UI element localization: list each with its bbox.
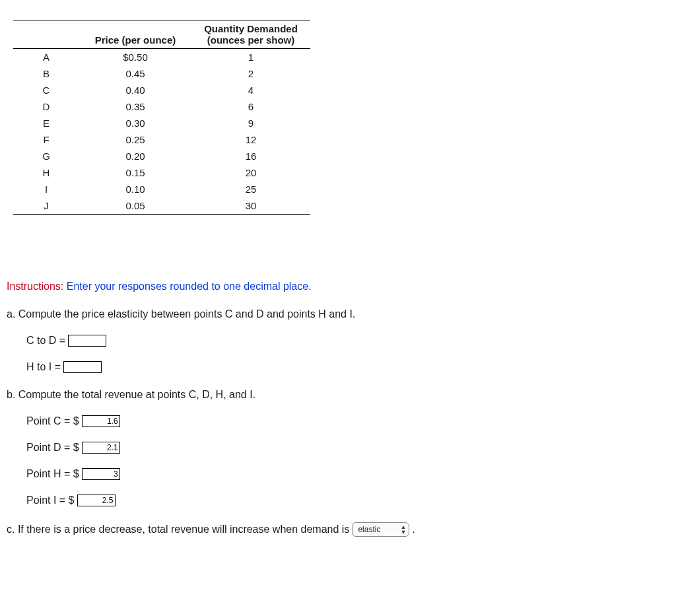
question-b-text: b. Compute the total revenue at points C… <box>7 389 669 401</box>
row-qty: 16 <box>191 148 310 164</box>
instructions-line: Instructions: Enter your responses round… <box>7 281 669 292</box>
answer-input[interactable] <box>63 361 102 373</box>
instructions-label: Instructions: <box>7 281 63 292</box>
row-price: $0.50 <box>79 49 191 66</box>
answer-label: Point I = $ <box>26 495 75 506</box>
row-qty: 25 <box>191 181 310 197</box>
row-price: 0.40 <box>79 82 191 98</box>
answer-line: Point C = $ <box>26 415 669 427</box>
row-qty: 12 <box>191 131 310 148</box>
row-price: 0.30 <box>79 115 191 131</box>
table-row: G0.2016 <box>13 148 310 164</box>
question-c-before: c. If there is a price decrease, total r… <box>7 524 349 535</box>
table-row: E0.309 <box>13 115 310 131</box>
row-label: D <box>13 98 79 115</box>
row-price: 0.35 <box>79 98 191 115</box>
row-price: 0.15 <box>79 164 191 181</box>
instructions-text: Enter your responses rounded to one deci… <box>67 281 312 292</box>
table-row: F0.2512 <box>13 131 310 148</box>
row-label: E <box>13 115 79 131</box>
table-row: B0.452 <box>13 65 310 82</box>
answer-input[interactable] <box>68 335 106 347</box>
row-qty: 6 <box>191 98 310 115</box>
table-row: D0.356 <box>13 98 310 115</box>
question-c-line: c. If there is a price decrease, total r… <box>7 522 669 537</box>
row-price: 0.05 <box>79 197 191 215</box>
row-qty: 30 <box>191 197 310 215</box>
answer-input[interactable] <box>77 495 116 506</box>
row-label: J <box>13 197 79 215</box>
answer-input[interactable] <box>82 468 120 480</box>
row-price: 0.25 <box>79 131 191 148</box>
elasticity-select[interactable]: elastic ▲▼ <box>352 522 409 537</box>
row-label: H <box>13 164 79 181</box>
answer-input[interactable] <box>82 442 120 454</box>
row-label: A <box>13 49 79 66</box>
select-value: elastic <box>358 525 380 534</box>
table-header-qty: Quantity Demanded (ounces per show) <box>191 20 310 49</box>
answer-label: Point D = $ <box>26 442 79 454</box>
row-price: 0.45 <box>79 65 191 82</box>
row-qty: 1 <box>191 49 310 66</box>
table-row: H0.1520 <box>13 164 310 181</box>
row-qty: 20 <box>191 164 310 181</box>
row-qty: 2 <box>191 65 310 82</box>
answer-line: Point I = $ <box>26 495 669 506</box>
row-label: B <box>13 65 79 82</box>
table-row: J0.0530 <box>13 197 310 215</box>
answer-input[interactable] <box>82 415 120 427</box>
answer-line: Point D = $ <box>26 442 669 454</box>
row-price: 0.10 <box>79 181 191 197</box>
row-label: G <box>13 148 79 164</box>
table-header-price: Price (per ounce) <box>79 20 191 49</box>
answer-label: H to I = <box>26 361 61 373</box>
question-a-text: a. Compute the price elasticity between … <box>7 308 669 320</box>
demand-table: Price (per ounce) Quantity Demanded (oun… <box>13 20 310 215</box>
table-header-blank <box>13 20 79 49</box>
answer-label: Point C = $ <box>26 415 79 427</box>
table-row: C0.404 <box>13 82 310 98</box>
row-label: I <box>13 181 79 197</box>
table-row: I0.1025 <box>13 181 310 197</box>
select-arrows-icon: ▲▼ <box>400 524 406 535</box>
answer-label: Point H = $ <box>26 468 79 480</box>
answer-line: C to D = <box>26 335 669 347</box>
answer-line: Point H = $ <box>26 468 669 480</box>
row-price: 0.20 <box>79 148 191 164</box>
table-row: A$0.501 <box>13 49 310 66</box>
answer-label: C to D = <box>26 335 65 347</box>
row-label: F <box>13 131 79 148</box>
row-qty: 4 <box>191 82 310 98</box>
row-label: C <box>13 82 79 98</box>
answer-line: H to I = <box>26 361 669 373</box>
question-c-after: . <box>412 524 415 535</box>
row-qty: 9 <box>191 115 310 131</box>
